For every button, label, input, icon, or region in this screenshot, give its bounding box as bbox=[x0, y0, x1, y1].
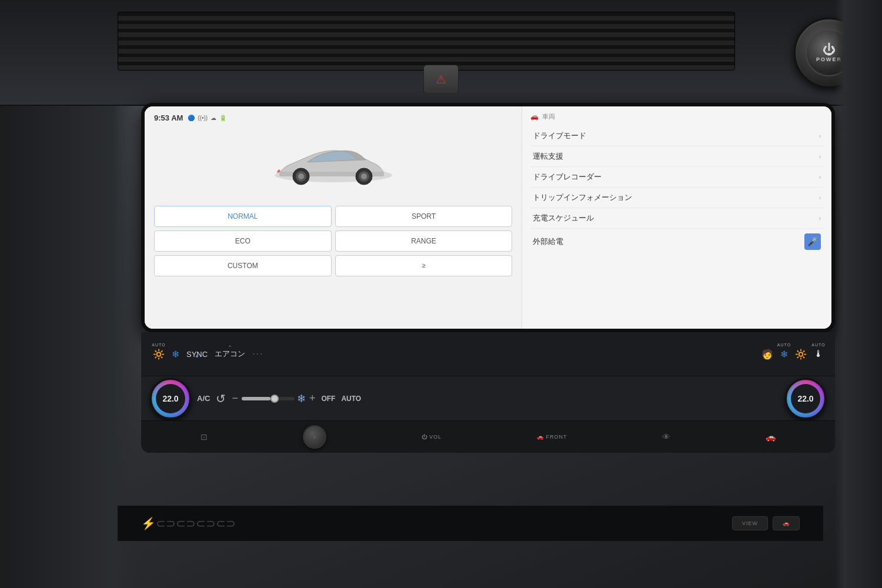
menu-item-recorder[interactable]: ドライブレコーダー › bbox=[530, 167, 823, 188]
drive-mode-bottom-icon[interactable]: 🚗 bbox=[766, 432, 776, 442]
seat-heat-right-wrap: 🔆 bbox=[795, 349, 807, 360]
status-bar: 9:53 AM 🔵 ((•)) ☁ 🔋 bbox=[154, 113, 512, 122]
menu-arrow-charge: › bbox=[819, 215, 821, 222]
bottom-controls-bar: ⊡ • ⏻ VOL 🚗 FRONT 👁 🚗 bbox=[141, 420, 835, 453]
car-image-area bbox=[154, 128, 512, 199]
aircon-wrap: ^ エアコン bbox=[215, 349, 245, 359]
ac-button[interactable]: A/C bbox=[197, 394, 210, 403]
screen-left-panel: 9:53 AM 🔵 ((•)) ☁ 🔋 bbox=[145, 106, 522, 329]
range-mode-button[interactable]: RANGE bbox=[335, 230, 513, 252]
seat-heat-right-icon[interactable]: 🔆 bbox=[795, 349, 807, 360]
sync-dot bbox=[196, 355, 198, 358]
screen-container: 9:53 AM 🔵 ((•)) ☁ 🔋 bbox=[141, 103, 835, 332]
auto-label-seat-left: AUTO bbox=[152, 343, 165, 347]
section-header: 🚗 車両 bbox=[530, 112, 823, 121]
usb-port-3: ⊂⊃ bbox=[176, 516, 196, 530]
screen-mirror-icon[interactable]: ⊡ bbox=[201, 432, 208, 442]
right-seat-icon[interactable]: 🧑 bbox=[761, 349, 773, 360]
fan-speed-indicator bbox=[242, 397, 295, 400]
climate-more-dots[interactable]: ··· bbox=[252, 349, 263, 359]
seat-cool-right-icon[interactable]: ❄ bbox=[780, 349, 788, 360]
steering-heat-icon[interactable]: 🌡 bbox=[814, 349, 823, 359]
sport-mode-button[interactable]: SPORT bbox=[335, 206, 513, 227]
vol-knob-dot: • bbox=[313, 434, 316, 440]
menu-item-charge[interactable]: 充電スケジュール › bbox=[530, 208, 823, 229]
off-button[interactable]: OFF bbox=[321, 395, 335, 403]
fan-minus-button[interactable]: − bbox=[232, 392, 238, 405]
auto-label-seat-right: AUTO bbox=[777, 343, 791, 347]
menu-label-trip: トリップインフォメーション bbox=[533, 192, 632, 203]
vent-slats bbox=[118, 12, 735, 71]
fan-plus-button[interactable]: + bbox=[309, 392, 316, 405]
menu-arrow-trip: › bbox=[819, 195, 821, 201]
fan-dot bbox=[270, 395, 279, 403]
menu-arrow-drive-mode: › bbox=[819, 133, 821, 139]
menu-label-power-supply: 外部給電 bbox=[533, 236, 563, 247]
fan-snowflake-icon: ❄ bbox=[297, 392, 306, 405]
auto-button[interactable]: AUTO bbox=[341, 395, 361, 403]
usb-port-1: ⚡ bbox=[141, 516, 156, 530]
temp-value-right: 22.0 bbox=[797, 394, 813, 403]
menu-label-charge: 充電スケジュール bbox=[533, 213, 594, 223]
dashboard: ⚠ ⏻ POWER 9:53 AM 🔵 ((•)) ☁ bbox=[0, 0, 882, 588]
screen-right-panel: 🚗 車両 ドライブモード › 運転支援 › bbox=[522, 106, 831, 329]
main-screen: 9:53 AM 🔵 ((•)) ☁ 🔋 bbox=[145, 106, 831, 329]
usb-port-5: ⊂⊃ bbox=[216, 516, 236, 530]
menu-label-recorder: ドライブレコーダー bbox=[533, 172, 602, 182]
temp-dial-right[interactable]: 22.0 bbox=[785, 378, 826, 419]
svg-point-7 bbox=[361, 173, 367, 179]
seat-heat-left-wrap: AUTO 🔆 bbox=[153, 349, 165, 360]
auto-label-steering: AUTO bbox=[811, 343, 825, 347]
steering-wrap: AUTO 🌡 bbox=[814, 349, 823, 359]
temp-dial-left-inner: 22.0 bbox=[156, 384, 185, 413]
car-image bbox=[269, 134, 398, 193]
car-header-icon: 🚗 bbox=[530, 113, 539, 121]
svg-point-4 bbox=[298, 173, 304, 179]
power-icon: ⏻ bbox=[823, 44, 836, 56]
aircon-arrow: ^ bbox=[229, 344, 231, 349]
hazard-button[interactable]: ⚠ bbox=[423, 65, 459, 94]
view-button-icon[interactable]: 👁 bbox=[662, 432, 670, 442]
eco-mode-button[interactable]: ECO bbox=[154, 230, 332, 252]
menu-label-drive-mode: ドライブモード bbox=[533, 131, 586, 141]
aircon-label[interactable]: エアコン bbox=[215, 349, 245, 359]
menu-item-assist[interactable]: 運転支援 › bbox=[530, 146, 823, 167]
extra-mode-button[interactable]: ≥ bbox=[335, 255, 513, 276]
usb-ports-area: ⚡ ⊂⊃ ⊂⊃ ⊂⊃ ⊂⊃ VIEW 🚗 bbox=[118, 506, 823, 541]
signal-icon: ((•)) bbox=[198, 115, 208, 121]
car-small-button[interactable]: 🚗 bbox=[773, 516, 800, 530]
menu-label-assist: 運転支援 bbox=[533, 151, 563, 162]
climate-bar-top: AUTO 🔆 ❄ SYNC ^ エアコン ··· 🧑 AUTO ❄ 🔆 bbox=[141, 332, 835, 376]
bluetooth-icon: 🔵 bbox=[188, 115, 195, 121]
fan-fill bbox=[242, 397, 271, 400]
menu-item-power-supply[interactable]: 外部給電 🎤 bbox=[530, 229, 823, 255]
screen-content: 9:53 AM 🔵 ((•)) ☁ 🔋 bbox=[145, 106, 831, 329]
usb-port-4: ⊂⊃ bbox=[196, 516, 216, 530]
temp-value-left: 22.0 bbox=[162, 394, 178, 403]
drive-mode-grid: NORMAL SPORT ECO RANGE CUSTOM ≥ bbox=[154, 206, 512, 276]
climate-bar-bottom: 22.0 A/C ↺ − ❄ + OFF AUTO 22.0 bbox=[141, 376, 835, 420]
weather-icon: ☁ bbox=[211, 115, 216, 121]
menu-item-trip[interactable]: トリップインフォメーション › bbox=[530, 188, 823, 208]
menu-arrow-recorder: › bbox=[819, 174, 821, 181]
vol-label: ⏻ VOL bbox=[422, 434, 442, 440]
mic-button[interactable]: 🎤 bbox=[804, 233, 821, 250]
menu-item-drive-mode[interactable]: ドライブモード › bbox=[530, 126, 823, 146]
recirc-icon[interactable]: ↺ bbox=[216, 392, 226, 406]
status-time: 9:53 AM bbox=[154, 113, 183, 122]
usb-port-2: ⊂⊃ bbox=[156, 516, 176, 530]
custom-mode-button[interactable]: CUSTOM bbox=[154, 255, 332, 276]
fan-control: − ❄ + bbox=[232, 392, 315, 405]
sync-wrap: SYNC bbox=[186, 350, 208, 359]
section-header-label: 車両 bbox=[542, 112, 555, 121]
seat-heat-left-icon[interactable]: 🔆 bbox=[153, 349, 165, 360]
vol-knob[interactable]: • bbox=[303, 425, 326, 449]
normal-mode-button[interactable]: NORMAL bbox=[154, 206, 332, 227]
view-small-button[interactable]: VIEW bbox=[732, 516, 768, 530]
temp-dial-left[interactable]: 22.0 bbox=[150, 378, 191, 419]
front-label: 🚗 FRONT bbox=[537, 434, 567, 440]
seat-cool-left-icon[interactable]: ❄ bbox=[172, 349, 179, 360]
menu-list: ドライブモード › 運転支援 › ドライブレコーダー › トリップインフォメ bbox=[530, 126, 823, 255]
right-panel bbox=[835, 0, 882, 588]
top-vent-area: ⚠ bbox=[0, 0, 882, 106]
